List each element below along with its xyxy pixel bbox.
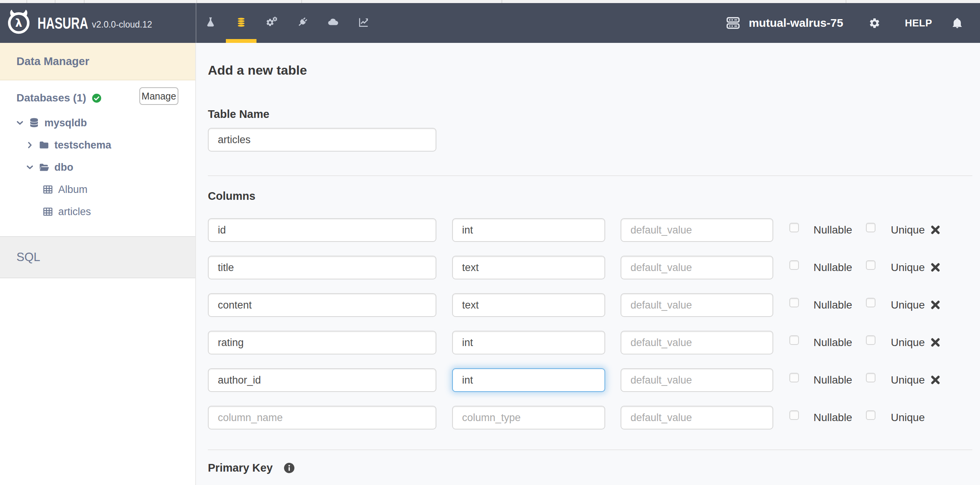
column-default-input[interactable] [621,368,773,392]
remove-column-icon[interactable] [929,299,942,311]
nav-right: mutual-walrus-75 HELP [725,3,963,43]
tree-item-label: articles [58,206,91,218]
bell-icon[interactable] [951,17,963,29]
cloud-icon [327,16,339,29]
nullable-label: Nullable [813,299,852,311]
browser-edge-strip [0,0,980,3]
project-name[interactable]: mutual-walrus-75 [749,16,843,29]
primary-key-section: Primary Key [208,462,295,474]
column-row-4: NullableUnique [208,368,980,392]
sidebar-item-sql[interactable]: SQL [0,236,195,278]
tree-item-label: testschema [54,139,111,151]
section-divider [208,449,972,450]
nullable-checkbox[interactable] [789,260,799,270]
hasura-logo-icon: λ [6,9,31,34]
nullable-checkbox[interactable] [789,410,799,420]
help-link[interactable]: HELP [905,17,932,29]
column-type-input[interactable] [452,218,605,242]
nav-tab-remote-schemas[interactable] [287,3,318,43]
column-name-input[interactable] [208,218,436,242]
browser-tab-divider [846,0,846,3]
tree-item-articles[interactable]: articles [0,201,195,223]
remove-column-icon[interactable] [929,336,942,349]
column-type-input[interactable] [452,406,605,429]
tree-item-mysqldb[interactable]: mysqldb [0,112,195,134]
chevron-down-icon[interactable] [15,118,25,127]
remove-column-icon[interactable] [929,261,942,274]
unique-checkbox[interactable] [866,298,875,307]
tree-item-label: dbo [54,162,73,173]
column-default-input[interactable] [621,218,773,242]
unique-checkbox[interactable] [866,335,875,345]
nav-tab-data[interactable] [226,3,256,43]
column-type-input[interactable] [452,256,605,279]
nullable-checkbox[interactable] [789,298,799,307]
tree-item-testschema[interactable]: testschema [0,134,195,156]
tree-item-dbo[interactable]: dbo [0,156,195,178]
tree-item-Album[interactable]: Album [0,178,195,201]
nav-tab-actions[interactable] [256,3,287,43]
unique-checkbox[interactable] [866,260,875,270]
chart-line-icon [358,16,369,29]
nullable-label: Nullable [813,224,852,236]
column-name-input[interactable] [208,331,436,354]
flask-icon [205,16,216,29]
nullable-checkbox[interactable] [789,373,799,382]
info-circle-icon[interactable] [283,462,295,474]
primary-key-label: Primary Key [208,462,273,474]
chevron-right-icon[interactable] [25,140,35,150]
table-name-input[interactable] [208,128,436,152]
columns-label: Columns [208,190,255,202]
column-default-input[interactable] [621,256,773,279]
sidebar-title: Data Manager [0,43,195,80]
remove-column-icon[interactable] [929,374,942,386]
nullable-checkbox[interactable] [789,223,799,232]
nav-tabs [195,3,379,43]
column-name-input[interactable] [208,256,436,279]
browser-tab-divider [501,0,502,3]
nav-tab-monitoring[interactable] [348,3,379,43]
columns-rows: NullableUniqueNullableUniqueNullableUniq… [208,218,980,443]
version-label: v2.0.0-cloud.12 [92,20,152,30]
chevron-down-icon[interactable] [25,163,35,172]
manage-button[interactable]: Manage [139,87,178,105]
section-divider [208,175,972,176]
column-default-input[interactable] [621,406,773,429]
column-type-input[interactable] [452,368,605,392]
sidebar-title-label: Data Manager [16,55,89,68]
column-default-input[interactable] [621,293,773,317]
databases-count-text: Databases (1) [16,92,86,104]
database-icon [235,16,247,29]
active-tab-underline [226,39,256,43]
nullable-checkbox[interactable] [789,335,799,345]
unique-label: Unique [891,374,925,386]
column-type-input[interactable] [452,293,605,317]
unique-label: Unique [891,224,925,236]
table-icon [42,206,54,217]
nullable-label: Nullable [813,261,852,274]
column-row-1: NullableUnique [208,256,980,279]
remove-column-icon[interactable] [929,224,942,236]
nav-tab-events[interactable] [318,3,348,43]
table-icon [42,184,54,195]
unique-label: Unique [891,299,925,311]
column-name-input[interactable] [208,406,436,429]
unique-checkbox[interactable] [866,410,875,420]
column-default-input[interactable] [621,331,773,354]
browser-tab-divider [196,0,197,3]
cogs-icon [266,16,278,29]
brand[interactable]: λ HASURA v2.0.0-cloud.12 [6,3,152,43]
check-circle-icon [91,93,102,103]
nav-tab-api[interactable] [195,3,226,43]
brand-name: HASURA [38,14,88,33]
column-type-input[interactable] [452,331,605,354]
browser-tab-divider [55,0,56,3]
unique-label: Unique [891,412,925,424]
column-name-input[interactable] [208,368,436,392]
gear-icon[interactable] [869,17,880,29]
unique-checkbox[interactable] [866,223,875,232]
column-name-input[interactable] [208,293,436,317]
page-title: Add a new table [208,63,307,78]
main-content: Add a new table Table Name Columns Nulla… [196,43,980,485]
unique-checkbox[interactable] [866,373,875,382]
